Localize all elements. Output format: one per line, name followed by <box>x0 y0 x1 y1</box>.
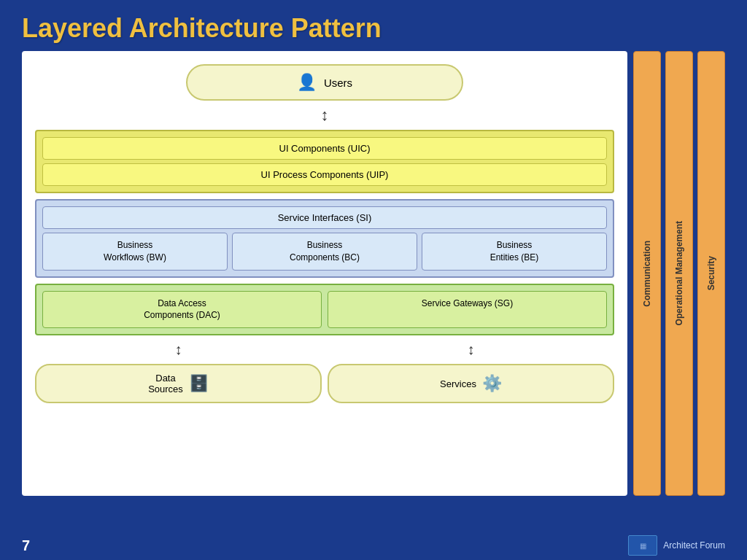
services-icon: ⚙️ <box>482 374 502 393</box>
business-boxes-row: BusinessWorkflows (BW) BusinessComponent… <box>42 233 607 271</box>
ui-layer: UI Components (UIC) UI Process Component… <box>35 130 614 193</box>
operational-management-label: Operational Management <box>674 221 684 325</box>
arrow-dac-down: ↕ <box>35 341 322 358</box>
users-label: Users <box>324 77 352 89</box>
bottom-row: DataSources 🗄️ Services ⚙️ <box>35 364 614 403</box>
main-content: 👤 Users ↕ UI Components (UIC) UI Process… <box>22 51 725 496</box>
ui-components-box: UI Components (UIC) <box>42 137 607 160</box>
service-gateway-box: Service Gateways (SG) <box>328 291 607 329</box>
services-label: Services <box>440 378 476 389</box>
page-number: 7 <box>22 537 30 554</box>
operational-management-bar: Operational Management <box>665 51 693 496</box>
users-row: 👤 Users <box>35 64 614 101</box>
arrow-users-to-ui: ↕ <box>35 107 614 123</box>
business-workflows-box: BusinessWorkflows (BW) <box>42 233 228 271</box>
communication-label: Communication <box>642 241 652 307</box>
arrow-sg-down: ↕ <box>328 341 614 358</box>
bottom-arrows-row: ↕ ↕ <box>35 341 614 358</box>
data-sources-box: DataSources 🗄️ <box>35 364 322 403</box>
database-icon: 🗄️ <box>189 374 209 393</box>
user-icon: 👤 <box>297 73 317 92</box>
users-box: 👤 Users <box>186 64 463 101</box>
communication-bar: Communication <box>633 51 661 496</box>
data-layer: Data AccessComponents (DAC) Service Gate… <box>35 284 614 336</box>
data-access-box: Data AccessComponents (DAC) <box>42 291 322 329</box>
service-interfaces-box: Service Interfaces (SI) <box>42 206 607 229</box>
security-bar: Security <box>697 51 725 496</box>
slide-title: Layered Architecture Pattern <box>0 0 747 51</box>
services-box: Services ⚙️ <box>328 364 614 403</box>
footer: 7 ▦ Architect Forum <box>0 531 747 560</box>
brand-name: Architect Forum <box>663 540 725 551</box>
business-components-box: BusinessComponents (BC) <box>232 233 417 271</box>
business-layer: Service Interfaces (SI) BusinessWorkflow… <box>35 199 614 278</box>
brand-logo: ▦ Architect Forum <box>628 535 725 556</box>
ui-process-box: UI Process Components (UIP) <box>42 163 607 186</box>
vertical-bars: Communication Operational Management Sec… <box>633 51 725 496</box>
data-sources-label: DataSources <box>148 373 183 394</box>
business-entities-box: BusinessEntities (BE) <box>422 233 607 271</box>
brand-icon: ▦ <box>628 535 657 556</box>
security-label: Security <box>706 256 716 290</box>
diagram-area: 👤 Users ↕ UI Components (UIC) UI Process… <box>22 51 627 496</box>
